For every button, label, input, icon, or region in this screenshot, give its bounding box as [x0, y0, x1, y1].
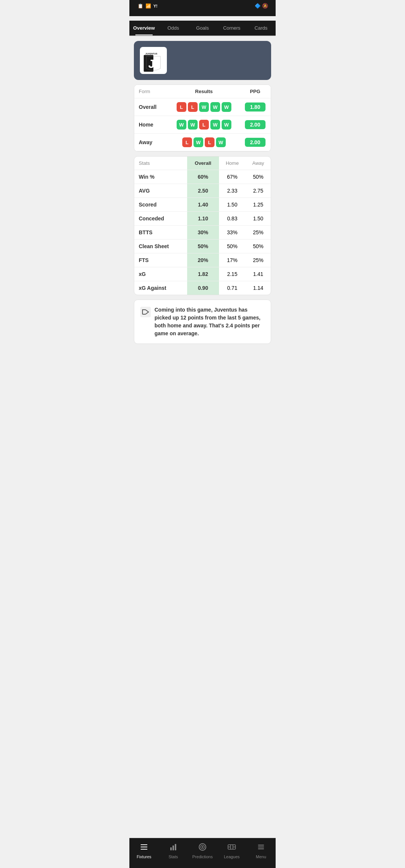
- svg-rect-8: [141, 849, 147, 850]
- form-row-label: Home: [134, 116, 168, 134]
- tab-overview[interactable]: Overview: [129, 21, 159, 35]
- yahoo-icon: Y!: [153, 4, 158, 8]
- nav-fixtures[interactable]: Fixtures: [129, 841, 159, 860]
- nav-stats[interactable]: Stats: [159, 841, 188, 860]
- sim-icon: 📋: [138, 3, 143, 9]
- tab-odds[interactable]: Odds: [159, 21, 188, 35]
- svg-rect-3: [153, 55, 163, 72]
- stats-row-label: xG Against: [134, 281, 187, 295]
- tab-goals[interactable]: Goals: [188, 21, 217, 35]
- stats-row-home: 0.83: [219, 212, 246, 226]
- stats-row-label: BTTS: [134, 226, 187, 240]
- stats-row-label: FTS: [134, 253, 187, 267]
- stats-table-box: Stats Overall Home Away Win %60%67%50%AV…: [134, 156, 271, 295]
- stats-header-away: Away: [246, 157, 271, 170]
- tab-cards[interactable]: Cards: [246, 21, 276, 35]
- stats-row-home: 17%: [219, 253, 246, 267]
- stats-nav-label: Stats: [168, 854, 178, 859]
- stats-row-overall: 1.82: [187, 267, 219, 281]
- form-row-results: WWLWW: [168, 116, 240, 134]
- stats-row-away: 25%: [246, 226, 271, 240]
- stats-table-row: Clean Sheet50%50%50%: [134, 240, 271, 253]
- stats-row-home: 0.71: [219, 281, 246, 295]
- stats-icon: [169, 843, 177, 853]
- result-badge-W: W: [199, 102, 209, 112]
- nav-predictions[interactable]: Predictions: [188, 841, 217, 860]
- leagues-label: Leagues: [224, 854, 240, 859]
- bottom-nav: Fixtures Stats Predictions: [129, 838, 276, 868]
- status-right: 🔷 🔕: [255, 3, 270, 9]
- result-badge-L: L: [205, 137, 214, 147]
- fixtures-icon: [140, 843, 148, 853]
- wifi-icon: 📶: [146, 3, 151, 9]
- result-badge-W: W: [188, 120, 198, 130]
- stats-row-away: 1.50: [246, 212, 271, 226]
- svg-rect-11: [175, 844, 176, 850]
- team-card: JUVENTUS J: [134, 41, 271, 80]
- stats-row-home: 2.33: [219, 184, 246, 198]
- stats-row-overall: 50%: [187, 240, 219, 253]
- stats-row-home: 67%: [219, 170, 246, 184]
- stats-row-away: 2.75: [246, 184, 271, 198]
- commentary-text: Coming into this game, Juventus has pick…: [154, 306, 265, 338]
- stats-table-row: FTS20%17%25%: [134, 253, 271, 267]
- stats-row-home: 2.15: [219, 267, 246, 281]
- svg-text:JUVENTUS: JUVENTUS: [146, 53, 158, 55]
- stats-row-overall: 0.90: [187, 281, 219, 295]
- form-table-row: AwayLWLW2.00: [134, 134, 271, 151]
- leagues-icon: [228, 843, 236, 853]
- form-table: Form Results PPG OverallLLWWW1.80HomeWWL…: [134, 85, 271, 151]
- nav-menu[interactable]: Menu: [246, 841, 276, 860]
- menu-icon: [257, 843, 265, 853]
- stats-row-label: Win %: [134, 170, 187, 184]
- stats-row-overall: 30%: [187, 226, 219, 240]
- stats-table-row: xG1.822.151.41: [134, 267, 271, 281]
- stats-row-overall: 1.40: [187, 198, 219, 212]
- predictions-label: Predictions: [192, 854, 213, 859]
- svg-rect-10: [172, 845, 174, 850]
- juventus-logo-svg: JUVENTUS J: [142, 49, 165, 72]
- stats-table-row: xG Against0.900.711.14: [134, 281, 271, 295]
- stats-row-away: 1.14: [246, 281, 271, 295]
- bluetooth-icon: 🔷: [255, 3, 261, 9]
- svg-rect-21: [258, 847, 264, 847]
- result-badge-W: W: [194, 137, 203, 147]
- stats-row-home: 33%: [219, 226, 246, 240]
- alarm-icon: 🔕: [262, 3, 268, 9]
- menu-label: Menu: [256, 854, 266, 859]
- stats-table: Stats Overall Home Away Win %60%67%50%AV…: [134, 157, 271, 295]
- result-badge-W: W: [210, 102, 220, 112]
- form-row-ppg: 2.00: [240, 134, 271, 151]
- form-header-ppg: PPG: [240, 85, 271, 98]
- stats-row-away: 1.25: [246, 198, 271, 212]
- stats-row-overall: 2.50: [187, 184, 219, 198]
- stats-header-home: Home: [219, 157, 246, 170]
- form-table-row: OverallLLWWW1.80: [134, 98, 271, 116]
- fixtures-label: Fixtures: [136, 854, 151, 859]
- stats-table-row: Scored1.401.501.25: [134, 198, 271, 212]
- stats-row-label: Conceded: [134, 212, 187, 226]
- stats-row-away: 1.41: [246, 267, 271, 281]
- form-table-row: HomeWWLWW2.00: [134, 116, 271, 134]
- stats-header-overall: Overall: [187, 157, 219, 170]
- team-info: [172, 47, 175, 48]
- form-header-results: Results: [168, 85, 240, 98]
- svg-rect-9: [170, 847, 172, 850]
- svg-point-14: [202, 846, 203, 848]
- stats-row-overall: 1.10: [187, 212, 219, 226]
- stats-row-label: xG: [134, 267, 187, 281]
- result-badge-W: W: [177, 120, 186, 130]
- result-badge-L: L: [199, 120, 209, 130]
- main-content: JUVENTUS J Form Res: [129, 36, 276, 378]
- result-badge-W: W: [216, 137, 226, 147]
- stats-row-label: Clean Sheet: [134, 240, 187, 253]
- svg-rect-7: [141, 847, 147, 847]
- nav-leagues[interactable]: Leagues: [217, 841, 246, 860]
- predictions-icon: [198, 843, 207, 853]
- result-badge-W: W: [210, 120, 220, 130]
- form-header-form: Form: [134, 85, 168, 98]
- stats-row-away: 50%: [246, 240, 271, 253]
- result-badge-W: W: [222, 102, 231, 112]
- tab-corners[interactable]: Corners: [217, 21, 246, 35]
- form-row-ppg: 1.80: [240, 98, 271, 116]
